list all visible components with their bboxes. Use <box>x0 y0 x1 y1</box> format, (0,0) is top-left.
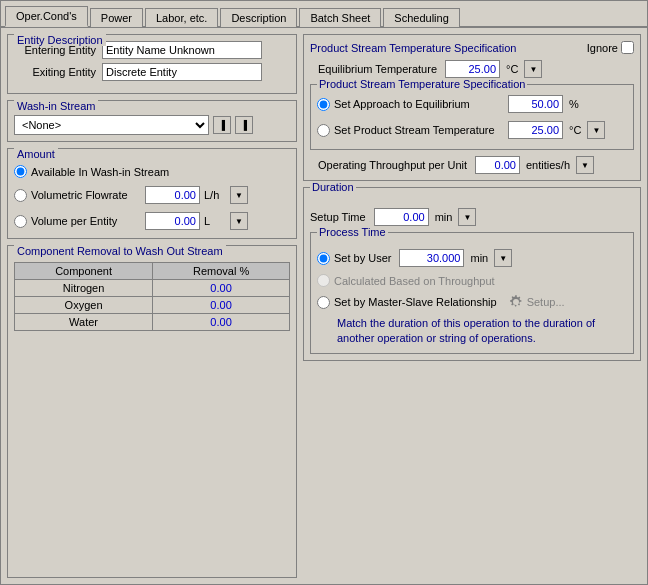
product-stream-dropdown-btn[interactable]: ▼ <box>587 121 605 139</box>
setup-btn-label[interactable]: Setup... <box>527 296 565 308</box>
amount-radio3[interactable] <box>14 215 27 228</box>
product-stream-temp-input[interactable] <box>508 121 563 139</box>
equil-temp-input[interactable] <box>445 60 500 78</box>
right-panel: Product Stream Temperature Specification… <box>303 34 641 578</box>
amount-option1-label: Available In Wash-in Stream <box>31 166 169 178</box>
main-window: Oper.Cond's Power Labor, etc. Descriptio… <box>0 0 648 585</box>
proc-option3-label: Set by Master-Slave Relationship <box>334 296 497 308</box>
setup-time-label: Setup Time <box>310 211 366 223</box>
removal-col-header: Removal % <box>153 263 290 280</box>
tab-labor[interactable]: Labor, etc. <box>145 8 218 27</box>
component-cell: Water <box>15 314 153 331</box>
component-cell: Nitrogen <box>15 280 153 297</box>
ignore-label: Ignore <box>587 42 618 54</box>
match-text-line2: another operation or string of operation… <box>337 332 536 344</box>
setup-time-unit: min <box>435 211 453 223</box>
component-table: Component Removal % Nitrogen0.00Oxygen0.… <box>14 262 290 331</box>
wash-in-stream-group: Wash-in Stream <None> ▐ ▐ <box>7 100 297 142</box>
spec-option2-label: Set Product Stream Temperature <box>334 124 504 136</box>
temp-spec-outer-group: Product Stream Temperature Specification… <box>303 34 641 181</box>
component-removal-title: Component Removal to Wash Out Stream <box>14 245 226 257</box>
process-time-group: Process Time Set by User min ▼ Calculate… <box>310 232 634 354</box>
match-text-line1: Match the duration of this operation to … <box>337 317 595 329</box>
setup-time-input[interactable] <box>374 208 429 226</box>
tab-batch-sheet[interactable]: Batch Sheet <box>299 8 381 27</box>
proc-radio3[interactable] <box>317 296 330 309</box>
duration-group: Duration Setup Time min ▼ Process Time S… <box>303 187 641 361</box>
component-removal-group: Component Removal to Wash Out Stream Com… <box>7 245 297 578</box>
table-row: Nitrogen0.00 <box>15 280 290 297</box>
temp-spec-outer-title: Product Stream Temperature Specification <box>310 42 516 54</box>
spec-option1-label: Set Approach to Equilibrium <box>334 98 504 110</box>
exiting-entity-input[interactable] <box>102 63 262 81</box>
setup-time-dropdown-btn[interactable]: ▼ <box>458 208 476 226</box>
setup-btn[interactable]: Setup... <box>509 294 565 310</box>
throughput-input[interactable] <box>475 156 520 174</box>
amount-radio2[interactable] <box>14 189 27 202</box>
equil-temp-unit: °C <box>506 63 518 75</box>
throughput-dropdown-btn[interactable]: ▼ <box>576 156 594 174</box>
throughput-label: Operating Throughput per Unit <box>318 159 467 171</box>
stream-icon-btn2[interactable]: ▐ <box>235 116 253 134</box>
proc-radio2[interactable] <box>317 274 330 287</box>
spec-radio1[interactable] <box>317 98 330 111</box>
spec-option2-row: Set Product Stream Temperature °C ▼ <box>317 117 627 139</box>
amount-option2-row: Volumetric Flowrate L/h ▼ <box>14 186 290 204</box>
gear-icon <box>509 294 525 310</box>
entity-description-title: Entity Description <box>14 34 106 46</box>
component-col-header: Component <box>15 263 153 280</box>
volumetric-flowrate-input[interactable] <box>145 186 200 204</box>
tab-power[interactable]: Power <box>90 8 143 27</box>
duration-title: Duration <box>310 181 356 193</box>
removal-cell: 0.00 <box>153 314 290 331</box>
wash-in-stream-title: Wash-in Stream <box>14 100 98 112</box>
process-time-title: Process Time <box>317 226 388 238</box>
entering-entity-input[interactable] <box>102 41 262 59</box>
exiting-entity-label: Exiting Entity <box>16 66 96 78</box>
tab-bar: Oper.Cond's Power Labor, etc. Descriptio… <box>1 1 647 28</box>
table-row: Water0.00 <box>15 314 290 331</box>
stream-icon-btn1[interactable]: ▐ <box>213 116 231 134</box>
component-cell: Oxygen <box>15 297 153 314</box>
throughput-unit: entities/h <box>526 159 570 171</box>
ignore-checkbox[interactable] <box>621 41 634 54</box>
stream-row: <None> ▐ ▐ <box>14 115 290 135</box>
match-text: Match the duration of this operation to … <box>317 316 627 347</box>
proc-option1-label: Set by User <box>334 252 391 264</box>
proc-dropdown-btn[interactable]: ▼ <box>494 249 512 267</box>
volume-dropdown-btn[interactable]: ▼ <box>230 212 248 230</box>
set-by-user-input[interactable] <box>399 249 464 267</box>
amount-option3-row: Volume per Entity L ▼ <box>14 212 290 230</box>
spec-option1-row: Set Approach to Equilibrium % <box>317 91 627 113</box>
equil-temp-row: Equilibrium Temperature °C ▼ <box>310 60 634 78</box>
product-stream-temp-unit: °C <box>569 124 581 136</box>
exiting-entity-row: Exiting Entity <box>16 63 288 81</box>
main-content: Entity Description Entering Entity Exiti… <box>1 28 647 584</box>
volume-unit: L <box>204 215 226 227</box>
amount-title: Amount <box>14 148 58 160</box>
amount-option1-row: Available In Wash-in Stream <box>14 165 290 178</box>
equil-temp-dropdown-btn[interactable]: ▼ <box>524 60 542 78</box>
temp-spec-header: Product Stream Temperature Specification… <box>310 41 634 54</box>
process-option2-row: Calculated Based on Throughput <box>317 272 627 287</box>
approach-equil-unit: % <box>569 98 579 110</box>
throughput-row: Operating Throughput per Unit entities/h… <box>310 156 634 174</box>
tab-scheduling[interactable]: Scheduling <box>383 8 459 27</box>
temp-spec-inner-group: Product Stream Temperature Specification… <box>310 84 634 150</box>
volumetric-dropdown-btn[interactable]: ▼ <box>230 186 248 204</box>
tab-oper-conds[interactable]: Oper.Cond's <box>5 6 88 27</box>
proc-radio1[interactable] <box>317 252 330 265</box>
ignore-row: Ignore <box>587 41 634 54</box>
amount-option2-label: Volumetric Flowrate <box>31 189 141 201</box>
amount-radio1[interactable] <box>14 165 27 178</box>
volumetric-unit: L/h <box>204 189 226 201</box>
approach-equil-input[interactable] <box>508 95 563 113</box>
volume-per-entity-input[interactable] <box>145 212 200 230</box>
stream-dropdown[interactable]: <None> <box>14 115 209 135</box>
left-panel: Entity Description Entering Entity Exiti… <box>7 34 297 578</box>
process-option3-row: Set by Master-Slave Relationship Setup..… <box>317 292 627 310</box>
tab-description[interactable]: Description <box>220 8 297 27</box>
amount-group: Amount Available In Wash-in Stream Volum… <box>7 148 297 239</box>
spec-radio2[interactable] <box>317 124 330 137</box>
process-option1-row: Set by User min ▼ <box>317 247 627 267</box>
